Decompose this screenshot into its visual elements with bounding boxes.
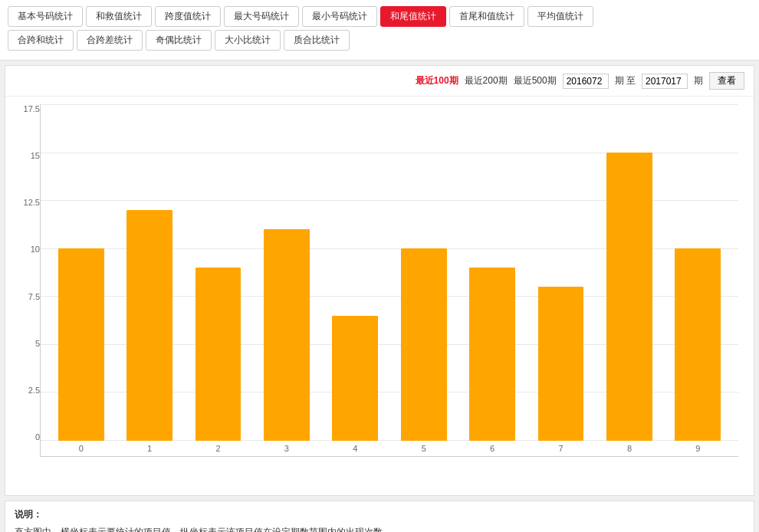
period-label-to: 期 — [694, 74, 703, 87]
bar-8 — [606, 153, 652, 441]
x-label-6: 6 — [459, 441, 524, 456]
chart-body: 0123456789 — [40, 104, 738, 457]
period-label-from: 期 至 — [615, 74, 636, 87]
chart-area: 17.51512.5107.552.50 0123456789 — [5, 97, 754, 495]
bar-group — [254, 104, 319, 441]
x-label-2: 2 — [186, 441, 251, 456]
bar-group — [665, 104, 731, 441]
nav-btn-跨度值统计[interactable]: 跨度值统计 — [155, 6, 221, 27]
nav-btn-最大号码统计[interactable]: 最大号码统计 — [224, 6, 299, 27]
bar-6 — [469, 268, 515, 441]
view-button[interactable]: 查看 — [709, 72, 744, 90]
nav-btn-合跨差统计[interactable]: 合跨差统计 — [77, 30, 143, 51]
bar-3 — [264, 229, 310, 441]
bar-1 — [127, 210, 172, 441]
x-labels: 0123456789 — [41, 441, 738, 456]
bar-group — [528, 104, 593, 441]
bar-group — [186, 104, 251, 441]
y-axis: 17.51512.5107.552.50 — [13, 104, 40, 457]
y-label: 15 — [13, 151, 40, 160]
x-label-5: 5 — [391, 441, 456, 456]
nav-btn-首尾和值统计[interactable]: 首尾和值统计 — [449, 6, 524, 27]
nav-btn-质合比统计[interactable]: 质合比统计 — [284, 30, 350, 51]
y-label: 5 — [13, 339, 40, 348]
to-period-input[interactable] — [642, 74, 688, 89]
bar-group — [48, 104, 113, 441]
bar-9 — [675, 248, 721, 441]
y-label: 0 — [13, 432, 40, 442]
bar-group — [459, 104, 524, 441]
nav-row-2: 合跨和统计合跨差统计奇偶比统计大小比统计质合比统计 — [8, 30, 751, 51]
nav-btn-和尾值统计[interactable]: 和尾值统计 — [380, 6, 446, 27]
bar-0 — [58, 248, 104, 441]
bar-7 — [538, 287, 584, 441]
bar-group — [391, 104, 456, 441]
nav-btn-和救值统计[interactable]: 和救值统计 — [86, 6, 152, 27]
nav-btn-奇偶比统计[interactable]: 奇偶比统计 — [146, 30, 212, 51]
recent-200-link[interactable]: 最近200期 — [465, 74, 508, 87]
filter-bar: 最近100期 最近200期 最近500期 期 至 期 查看 — [5, 66, 754, 97]
recent-100-link[interactable]: 最近100期 — [416, 74, 458, 87]
y-label: 2.5 — [13, 386, 40, 395]
x-label-0: 0 — [48, 441, 113, 456]
x-label-1: 1 — [117, 441, 182, 456]
y-label: 10 — [13, 245, 40, 254]
nav-btn-平均值统计[interactable]: 平均值统计 — [527, 6, 593, 27]
bar-group — [323, 104, 388, 441]
x-label-8: 8 — [596, 441, 662, 456]
y-label: 12.5 — [13, 198, 40, 207]
y-label: 17.5 — [13, 104, 40, 113]
description-title: 说明： — [15, 507, 744, 522]
bar-4 — [332, 316, 378, 441]
description-box: 说明： 直方图中，横坐标表示要统计的项目值，纵坐标表示该项目值在设定期数范围内的… — [5, 501, 754, 532]
nav-btn-合跨和统计[interactable]: 合跨和统计 — [8, 30, 74, 51]
main-content: 最近100期 最近200期 最近500期 期 至 期 查看 17.51512.5… — [5, 65, 754, 496]
nav-btn-大小比统计[interactable]: 大小比统计 — [215, 30, 281, 51]
bars-row — [41, 104, 738, 441]
nav-btn-基本号码统计[interactable]: 基本号码统计 — [8, 6, 83, 27]
x-label-3: 3 — [254, 441, 319, 456]
recent-500-link[interactable]: 最近500期 — [514, 74, 557, 87]
nav-btn-最小号码统计[interactable]: 最小号码统计 — [302, 6, 377, 27]
top-navigation: 基本号码统计和救值统计跨度值统计最大号码统计最小号码统计和尾值统计首尾和值统计平… — [0, 0, 759, 61]
x-label-7: 7 — [528, 441, 593, 456]
bar-group — [596, 104, 662, 441]
bar-2 — [196, 268, 242, 441]
nav-row-1: 基本号码统计和救值统计跨度值统计最大号码统计最小号码统计和尾值统计首尾和值统计平… — [8, 6, 751, 27]
bar-group — [117, 104, 182, 441]
description-text: 直方图中，横坐标表示要统计的项目值，纵坐标表示该项目值在设定期数范围内的出现次数… — [15, 525, 744, 532]
x-label-4: 4 — [323, 441, 388, 456]
x-label-9: 9 — [665, 441, 731, 456]
from-period-input[interactable] — [563, 74, 609, 89]
bar-5 — [401, 248, 447, 441]
y-label: 7.5 — [13, 292, 40, 301]
chart-container: 17.51512.5107.552.50 0123456789 — [13, 104, 738, 457]
